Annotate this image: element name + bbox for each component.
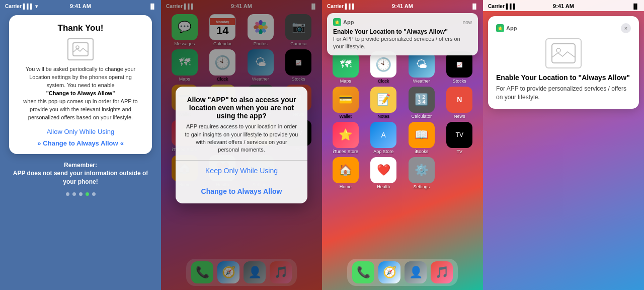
card-app-name: ⭐ App <box>496 24 517 32</box>
phone4-main: ⭐ App × Enable Your Location to "Always … <box>483 11 644 114</box>
weather-icon-3: 🌤 <box>409 51 435 78</box>
signal-icon-3: ▌▌▌ <box>345 4 356 9</box>
list-item[interactable]: ⭐ iTunes Store <box>328 122 363 154</box>
card-body: For APP to provide personalized services… <box>496 85 631 102</box>
contacts-icon-3: 👤 <box>405 261 427 283</box>
list-item[interactable]: 🌤 Weather <box>404 51 439 84</box>
status-bar-1: Carrier ▌▌▌ ▾ 9:41 AM ▐▌ <box>0 0 161 11</box>
card-title: Enable Your Location to "Always Allow" <box>496 74 631 82</box>
svg-rect-11 <box>552 44 575 63</box>
app-label: iTunes Store <box>333 149 358 154</box>
notification-banner[interactable]: ⭐ App now Enable Your Location to "Alway… <box>327 13 478 55</box>
dot-5 <box>92 192 96 196</box>
remember-text: Remember: APP does not send your informa… <box>9 161 152 186</box>
notif-time: now <box>463 20 472 25</box>
maps-icon-3: 🗺 <box>333 51 359 78</box>
list-item[interactable]: ⚙️ Settings <box>404 157 439 189</box>
list-item[interactable]: 💳 Wallet <box>328 87 363 119</box>
news-icon-3: N <box>446 87 472 113</box>
clock-icon-3: 🕙 <box>370 51 396 78</box>
dock-safari-3[interactable]: 🧭 <box>378 261 400 283</box>
close-button[interactable]: × <box>621 23 631 33</box>
time-3: 9:41 AM <box>392 3 413 9</box>
list-item[interactable]: A App Store <box>366 122 401 154</box>
battery-icon-4: ▐▌ <box>632 4 639 9</box>
phone3-screen: Carrier ▌▌▌ 9:41 AM ▐▌ ⭐ App now Enable … <box>322 0 483 290</box>
settings-icon-3: ⚙️ <box>409 157 435 183</box>
pagination-dots <box>66 192 96 196</box>
list-item[interactable]: 🏠 Home <box>328 157 363 189</box>
tv-icon-3: TV <box>446 122 472 148</box>
carrier-label-1: Carrier <box>5 4 22 9</box>
svg-point-1 <box>76 46 79 49</box>
notif-title: Enable Your Location to "Always Allow" <box>333 28 472 35</box>
dot-4-active <box>86 192 89 196</box>
stocks-icon-3: 📈 <box>446 51 472 78</box>
chevron-right-icon: « <box>120 139 124 147</box>
app-label: Settings <box>413 184 430 189</box>
status-bar-4: Carrier ▌▌▌ 9:41 AM ▐▌ <box>483 0 644 11</box>
list-item[interactable]: ❤️ Health <box>366 157 401 189</box>
ibooks-icon-3: 📖 <box>409 122 435 148</box>
health-icon-3: ❤️ <box>370 157 396 183</box>
card-image-icon <box>545 38 582 68</box>
battery-icon-3: ▐▌ <box>471 4 478 9</box>
app-label: App Store <box>373 149 393 154</box>
change-always-button[interactable]: » Change to Always Allow « <box>19 139 142 147</box>
app-label: Stocks <box>453 79 466 84</box>
list-item[interactable]: 🔢 Calculator <box>404 87 439 119</box>
status-right-3: ▐▌ <box>471 4 478 9</box>
location-dialog: Allow "APP" to also access your location… <box>176 87 307 203</box>
list-item[interactable]: TV TV <box>442 122 477 154</box>
onboarding-title: Thank You! <box>19 23 142 33</box>
svg-point-12 <box>556 48 560 52</box>
app-label: Health <box>377 184 390 189</box>
status-left-3: Carrier ▌▌▌ <box>327 4 356 9</box>
app-label: Home <box>340 184 352 189</box>
svg-rect-0 <box>73 43 88 56</box>
phone2-screen: Carrier ▌▌▌ 9:41 AM ▐▌ 💬 Messages Monday… <box>161 0 322 290</box>
carrier-label-3: Carrier <box>327 4 344 9</box>
dot-1 <box>66 192 69 196</box>
card-app-icon: ⭐ <box>496 24 504 32</box>
notif-app-name: ⭐ App <box>333 18 354 26</box>
change-always-button[interactable]: Change to Always Allow <box>185 181 298 201</box>
list-item[interactable]: 📖 iBooks <box>404 122 439 154</box>
status-right-4: ▐▌ <box>632 4 639 9</box>
battery-icon-1: ▐▌ <box>149 4 156 9</box>
app-label: Maps <box>340 79 351 84</box>
status-left-1: Carrier ▌▌▌ ▾ <box>5 4 38 9</box>
signal-icon-1: ▌▌▌ <box>23 4 34 9</box>
onboarding-body: You will be asked periodically to change… <box>19 65 142 122</box>
dock-phone-3[interactable]: 📞 <box>352 261 374 283</box>
list-item[interactable]: 📝 Notes <box>366 87 401 119</box>
status-right-1: ▐▌ <box>149 4 156 9</box>
phone4-screen: Carrier ▌▌▌ 9:41 AM ▐▌ ⭐ App × <box>483 0 644 290</box>
keep-only-button[interactable]: Keep Only While Using <box>185 161 298 181</box>
app-label: Calculator <box>411 114 432 119</box>
time-4: 9:41 AM <box>553 3 574 9</box>
dock-contacts-3[interactable]: 👤 <box>405 261 427 283</box>
list-item[interactable]: 🕙 Clock <box>366 51 401 84</box>
dialog-overlay: Allow "APP" to also access your location… <box>161 0 322 290</box>
list-item[interactable]: 📈 Stocks <box>442 51 477 84</box>
phone-icon-3: 📞 <box>352 261 374 283</box>
status-bar-3: Carrier ▌▌▌ 9:41 AM ▐▌ <box>322 0 483 11</box>
list-item[interactable]: N News <box>442 87 477 119</box>
safari-icon-3: 🧭 <box>378 261 400 283</box>
app-label: Wallet <box>339 114 352 119</box>
wallet-icon-3: 💳 <box>333 87 359 113</box>
location-card: ⭐ App × Enable Your Location to "Always … <box>488 16 639 109</box>
app-label: Notes <box>377 114 389 119</box>
notif-header: ⭐ App now <box>333 18 472 26</box>
dot-2 <box>72 192 76 196</box>
itunes-icon-3: ⭐ <box>333 122 359 148</box>
dock-3: 📞 🧭 👤 🎵 <box>347 259 458 286</box>
allow-only-button[interactable]: Allow Only While Using <box>19 128 142 135</box>
dock-music-3[interactable]: 🎵 <box>431 261 453 283</box>
phone1-screen: Carrier ▌▌▌ ▾ 9:41 AM ▐▌ Thank You! You … <box>0 0 161 290</box>
onboarding-card: Thank You! You will be asked periodicall… <box>9 15 152 154</box>
app-label: News <box>454 114 465 119</box>
list-item[interactable]: 🗺 Maps <box>328 51 363 84</box>
app-label: iBooks <box>415 149 428 154</box>
